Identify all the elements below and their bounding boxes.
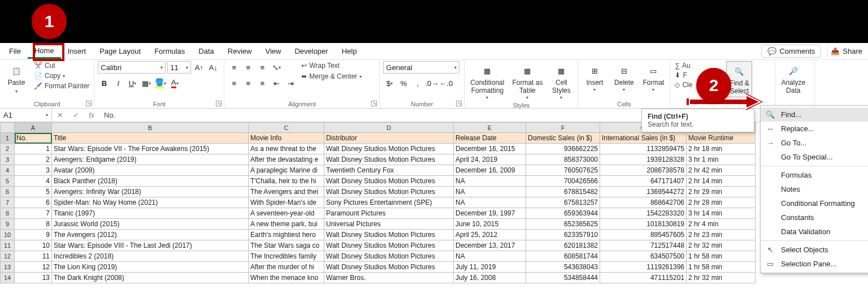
- data-cell[interactable]: 936662225: [526, 144, 600, 154]
- font-name-select[interactable]: Calibri▾: [98, 61, 166, 74]
- data-cell[interactable]: 712517448: [600, 240, 687, 251]
- data-cell[interactable]: Walt Disney Studios Motion Pictures: [324, 230, 454, 240]
- menu-goto-special[interactable]: Go To Special...: [761, 150, 868, 164]
- increase-indent-button[interactable]: ⇥: [284, 77, 297, 89]
- data-cell[interactable]: T'Challa, heir to the hi: [249, 176, 324, 187]
- data-cell[interactable]: 3: [15, 165, 52, 176]
- align-top-button[interactable]: ≡: [228, 61, 240, 74]
- data-cell[interactable]: 1 hr 58 min: [687, 262, 756, 273]
- data-cell[interactable]: Titanic (1997): [52, 208, 249, 219]
- data-cell[interactable]: Warner Bros.: [324, 273, 454, 283]
- data-cell[interactable]: 3 hr 1 min: [687, 154, 756, 165]
- bold-button[interactable]: B: [98, 77, 110, 89]
- name-box[interactable]: A1▾: [0, 109, 52, 122]
- orientation-button[interactable]: ⤡▾: [270, 61, 283, 74]
- data-cell[interactable]: 2 hr 28 min: [687, 197, 756, 208]
- tab-help[interactable]: Help: [335, 45, 364, 58]
- font-color-button[interactable]: A▾: [168, 77, 181, 89]
- data-cell[interactable]: 471115201: [600, 273, 687, 283]
- row-head-10[interactable]: 10: [0, 230, 15, 240]
- row-head-13[interactable]: 13: [0, 262, 15, 273]
- data-cell[interactable]: Walt Disney Studios Motion Pictures: [324, 144, 454, 154]
- menu-notes[interactable]: Notes: [761, 182, 868, 196]
- data-cell[interactable]: June 10, 2015: [454, 219, 526, 230]
- select-all-corner[interactable]: [0, 122, 15, 133]
- data-cell[interactable]: December 13, 2017: [454, 240, 526, 251]
- insert-cells-button[interactable]: ⊞Insert▾: [581, 61, 607, 93]
- data-cell[interactable]: 623357910: [526, 230, 600, 240]
- underline-button[interactable]: U▾: [126, 77, 138, 89]
- data-cell[interactable]: 652385625: [526, 219, 600, 230]
- data-cell[interactable]: The Avengers and thei: [249, 187, 324, 197]
- merge-center-button[interactable]: ⬌Merge & Center ▾: [300, 72, 363, 81]
- data-cell[interactable]: NA: [454, 187, 526, 197]
- data-cell[interactable]: A new theme park, bui: [249, 219, 324, 230]
- data-cell[interactable]: Twentieth Century Fox: [324, 165, 454, 176]
- data-cell[interactable]: 10: [15, 240, 52, 251]
- data-cell[interactable]: 1132859475: [600, 144, 687, 154]
- data-cell[interactable]: A paraplegic Marine di: [249, 165, 324, 176]
- conditional-formatting-button[interactable]: ▦Conditional Formatting▾: [468, 61, 506, 101]
- data-cell[interactable]: Earth's mightiest hero: [249, 230, 324, 240]
- col-head-A[interactable]: A: [15, 122, 52, 133]
- col-head-B[interactable]: B: [52, 122, 249, 133]
- header-cell[interactable]: Movie Info: [249, 133, 324, 144]
- increase-font-button[interactable]: A↑: [193, 61, 205, 74]
- number-format-select[interactable]: General▾: [383, 61, 459, 74]
- data-cell[interactable]: The Incredibles family: [249, 251, 324, 262]
- header-cell[interactable]: Distributor: [324, 133, 454, 144]
- row-head-6[interactable]: 6: [0, 187, 15, 197]
- format-painter-button[interactable]: 🖌️Format Painter: [33, 81, 90, 90]
- data-cell[interactable]: Walt Disney Studios Motion Pictures: [324, 154, 454, 165]
- data-cell[interactable]: Universal Pictures: [324, 219, 454, 230]
- data-cell[interactable]: December 19, 1997: [454, 208, 526, 219]
- clipboard-launcher[interactable]: ↘: [86, 101, 92, 106]
- data-cell[interactable]: The Avengers (2012): [52, 230, 249, 240]
- data-cell[interactable]: Walt Disney Studios Motion Pictures: [324, 251, 454, 262]
- align-left-button[interactable]: ≡: [228, 77, 240, 89]
- delete-cells-button[interactable]: ⊟Delete▾: [611, 61, 637, 93]
- autosum-button[interactable]: ∑ Au: [674, 61, 693, 70]
- data-cell[interactable]: Walt Disney Studios Motion Pictures: [324, 262, 454, 273]
- data-cell[interactable]: 868642706: [600, 197, 687, 208]
- menu-selection-pane[interactable]: ▭Selection Pane...: [761, 257, 868, 271]
- data-cell[interactable]: 2: [15, 154, 52, 165]
- fill-button[interactable]: ⬇ F: [674, 71, 693, 80]
- col-head-C[interactable]: C: [249, 122, 324, 133]
- alignment-launcher[interactable]: ↘: [371, 101, 377, 106]
- data-cell[interactable]: 1939128328: [600, 154, 687, 165]
- row-head-4[interactable]: 4: [0, 165, 15, 176]
- menu-conditional-formatting[interactable]: Conditional Formatting: [761, 196, 868, 210]
- row-head-9[interactable]: 9: [0, 219, 15, 230]
- menu-formulas[interactable]: Formulas: [761, 168, 868, 182]
- data-cell[interactable]: Avengers: Infinity War (2018): [52, 187, 249, 197]
- col-head-F[interactable]: F: [526, 122, 600, 133]
- tab-review[interactable]: Review: [221, 45, 259, 58]
- cell-styles-button[interactable]: ▦Cell Styles▾: [548, 61, 574, 101]
- share-button[interactable]: 📤 Share: [827, 45, 866, 57]
- copy-button[interactable]: 📄Copy ▾: [33, 71, 90, 80]
- data-cell[interactable]: Star Wars: Episode VII - The Force Awake…: [52, 144, 249, 154]
- comments-button[interactable]: 💬 Comments: [761, 45, 821, 58]
- row-head-12[interactable]: 12: [0, 251, 15, 262]
- data-cell[interactable]: 1369544272: [600, 187, 687, 197]
- enter-formula-button[interactable]: ✓: [68, 111, 84, 119]
- percent-button[interactable]: %: [397, 77, 410, 89]
- data-cell[interactable]: After the murder of hi: [249, 262, 324, 273]
- data-cell[interactable]: 1018130819: [600, 219, 687, 230]
- data-cell[interactable]: NA: [454, 176, 526, 187]
- data-cell[interactable]: 858373000: [526, 154, 600, 165]
- row-head-14[interactable]: 14: [0, 273, 15, 283]
- menu-replace[interactable]: ↔Replace...: [761, 122, 868, 136]
- cut-button[interactable]: ✂️Cut: [33, 61, 90, 70]
- decrease-font-button[interactable]: A↓: [207, 61, 219, 74]
- data-cell[interactable]: 7: [15, 208, 52, 219]
- data-cell[interactable]: 2 hr 32 min: [687, 240, 756, 251]
- data-cell[interactable]: 13: [15, 273, 52, 283]
- row-head-5[interactable]: 5: [0, 176, 15, 187]
- menu-find[interactable]: 🔍Find...: [761, 107, 868, 122]
- align-bottom-button[interactable]: ≡: [256, 61, 268, 74]
- fill-color-button[interactable]: 🪣▾: [154, 77, 167, 89]
- wrap-text-button[interactable]: ↩Wrap Text: [300, 61, 363, 70]
- italic-button[interactable]: I: [112, 77, 124, 89]
